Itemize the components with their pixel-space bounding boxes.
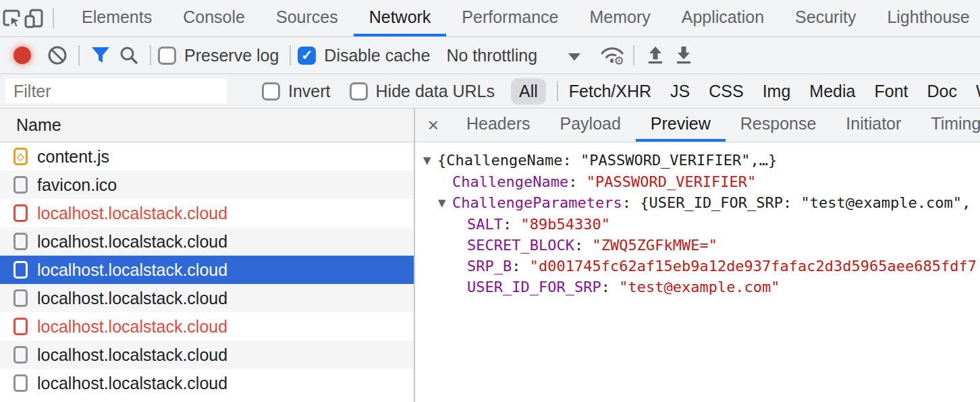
svg-text:⚙: ⚙ [614, 54, 624, 67]
json-string-value: "89b54330" [520, 216, 609, 233]
filter-toggle-button[interactable] [86, 41, 115, 69]
preview-line[interactable]: SALT: "89b54330" [415, 214, 980, 235]
invert-label: Invert [288, 82, 331, 101]
request-name: localhost.localstack.cloud [37, 232, 227, 252]
network-toolbar: Preserve log ✓ Disable cache No throttli… [0, 37, 980, 74]
chevron-down-icon[interactable] [568, 53, 580, 61]
download-arrow-icon [673, 45, 695, 66]
filter-chip-js[interactable]: JS [670, 82, 690, 101]
request-row[interactable]: localhost.localstack.cloud [0, 256, 414, 284]
chip-divider [557, 81, 558, 101]
requests-panel: Name ◇content.jsfavicon.icolocalhost.loc… [0, 109, 415, 402]
filter-chip-doc[interactable]: Doc [927, 82, 956, 101]
request-row[interactable]: localhost.localstack.cloud [0, 369, 414, 397]
request-name: localhost.localstack.cloud [37, 289, 227, 308]
filter-chip-ws[interactable]: WS [976, 82, 980, 101]
detail-tabbar: × HeadersPayloadPreviewResponseInitiator… [415, 109, 980, 142]
document-file-icon [13, 374, 28, 392]
detail-tab-headers[interactable]: Headers [452, 109, 545, 142]
toolbar-divider [53, 8, 54, 28]
preview-line[interactable]: SECRET_BLOCK: "ZWQ5ZGFkMWE=" [415, 235, 980, 256]
request-row[interactable]: localhost.localstack.cloud [0, 227, 414, 256]
request-row[interactable]: localhost.localstack.cloud [0, 284, 414, 312]
tab-memory[interactable]: Memory [574, 0, 665, 36]
network-conditions-button[interactable]: ⚙ [598, 41, 626, 69]
detail-tab-payload[interactable]: Payload [545, 109, 636, 142]
inspect-element-button[interactable] [0, 3, 23, 33]
record-network-log-button[interactable] [13, 47, 31, 64]
request-row[interactable]: favicon.ico [0, 171, 414, 199]
name-column-header[interactable]: Name [0, 109, 414, 142]
tab-application[interactable]: Application [666, 0, 780, 36]
json-string-value: "ZWQ5ZGFkMWE=" [592, 237, 717, 254]
request-name: localhost.localstack.cloud [37, 260, 227, 280]
tab-elements[interactable]: Elements [66, 0, 167, 36]
import-har-button[interactable] [641, 41, 670, 69]
tab-sources[interactable]: Sources [261, 0, 354, 36]
invert-checkbox[interactable] [262, 82, 280, 100]
toolbar-divider [78, 45, 80, 65]
document-file-icon [13, 176, 28, 194]
clear-network-log-button[interactable] [43, 41, 72, 69]
filter-input[interactable] [5, 79, 227, 103]
preview-line[interactable]: USER_ID_FOR_SRP: "test@example.com" [415, 277, 980, 297]
detail-tab-response[interactable]: Response [726, 109, 832, 142]
search-icon [118, 45, 140, 66]
toolbar-divider [150, 45, 151, 65]
json-text: : [512, 258, 530, 275]
device-toolbar-button[interactable] [23, 3, 46, 33]
document-file-icon [13, 233, 28, 250]
request-row[interactable]: localhost.localstack.cloud [0, 341, 414, 369]
json-string-value: "PASSWORD_VERIFIER" [587, 173, 757, 190]
request-name: localhost.localstack.cloud [37, 204, 227, 223]
export-har-button[interactable] [670, 41, 698, 69]
preserve-log-checkbox[interactable] [158, 47, 176, 65]
tab-lighthouse[interactable]: Lighthouse [871, 0, 980, 36]
detail-tab-preview[interactable]: Preview [636, 109, 726, 142]
request-row[interactable]: localhost.localstack.cloud [0, 199, 414, 227]
filter-chip-img[interactable]: Img [763, 82, 791, 101]
request-name: favicon.ico [37, 175, 117, 195]
search-button[interactable] [115, 41, 143, 69]
request-row[interactable]: ◇content.js [0, 142, 414, 171]
filter-chip-css[interactable]: CSS [709, 82, 743, 101]
document-file-icon [13, 204, 28, 222]
hide-data-urls-checkbox[interactable] [350, 82, 368, 100]
preview-line[interactable]: SRP_B: "d001745fc62af15eb9a12de937fafac2… [415, 256, 980, 277]
expand-triangle-icon[interactable]: ▼ [438, 193, 452, 214]
detail-tab-initiator[interactable]: Initiator [831, 109, 916, 142]
filter-chip-all[interactable]: All [511, 78, 546, 105]
request-row[interactable]: localhost.localstack.cloud [0, 312, 414, 341]
filter-funnel-icon [90, 45, 111, 65]
tab-performance[interactable]: Performance [446, 0, 574, 36]
wifi-gear-icon: ⚙ [599, 44, 626, 67]
expand-triangle-icon[interactable]: ▼ [423, 150, 437, 171]
preview-line[interactable]: ChallengeName: "PASSWORD_VERIFIER" [415, 171, 980, 192]
detail-tab-timing[interactable]: Timing [916, 109, 980, 142]
device-toolbar-icon [23, 7, 46, 30]
network-filter-bar: Invert Hide data URLs AllFetch/XHRJSCSSI… [0, 74, 980, 109]
close-details-button[interactable]: × [415, 109, 452, 142]
tab-security[interactable]: Security [780, 0, 871, 36]
devtools-tabbar: ElementsConsoleSourcesNetworkPerformance… [0, 0, 980, 37]
filter-chip-media[interactable]: Media [809, 82, 855, 101]
json-text: : {USER_ID_FOR_SRP: "test@example.com", [622, 194, 971, 211]
toolbar-divider [290, 45, 291, 65]
preview-line[interactable]: ▼{ChallengeName: "PASSWORD_VERIFIER",…} [415, 150, 980, 171]
request-name: localhost.localstack.cloud [37, 345, 227, 365]
disable-cache-label: Disable cache [324, 46, 430, 65]
tab-console[interactable]: Console [167, 0, 261, 36]
json-key: ChallengeName [452, 173, 568, 190]
request-details-panel: × HeadersPayloadPreviewResponseInitiator… [415, 109, 980, 402]
upload-arrow-icon [645, 45, 666, 66]
filter-chip-font[interactable]: Font [874, 82, 908, 101]
json-text: : [601, 279, 620, 295]
json-key: ChallengeParameters [452, 194, 622, 211]
tab-network[interactable]: Network [354, 0, 447, 36]
filter-chip-fetch-xhr[interactable]: Fetch/XHR [569, 82, 651, 101]
preview-line[interactable]: ▼ChallengeParameters: {USER_ID_FOR_SRP: … [415, 192, 980, 214]
throttling-select[interactable]: No throttling [446, 46, 537, 65]
disable-cache-checkbox[interactable]: ✓ [298, 47, 316, 65]
request-name: localhost.localstack.cloud [37, 374, 227, 393]
script-file-icon: ◇ [13, 148, 28, 165]
